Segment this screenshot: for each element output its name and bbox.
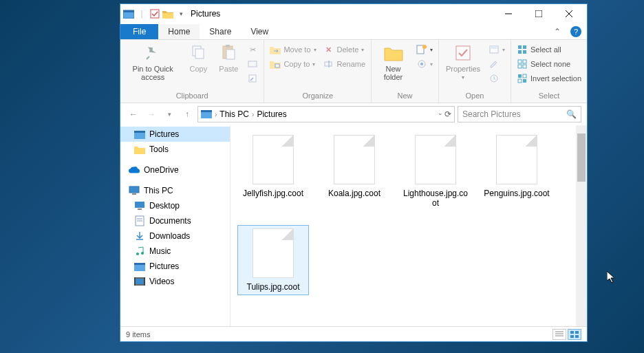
file-item[interactable]: Jellyfish.jpg.coot (237, 132, 309, 211)
nav-recent-button[interactable]: ▾ (162, 107, 177, 122)
delete-icon: ✕ (323, 44, 334, 55)
cut-button[interactable]: ✂ (246, 43, 259, 56)
easy-access-button[interactable]: ▾ (415, 57, 434, 71)
help-icon[interactable]: ? (570, 26, 581, 37)
invert-selection-button[interactable]: Invert selection (515, 72, 583, 85)
ribbon-group-label: Clipboard (123, 90, 261, 101)
ribbon-group-open: Properties ▾ ▾ Open (439, 40, 511, 103)
pin-quick-access-button[interactable]: Pin to Quick access (123, 41, 182, 83)
tab-share[interactable]: Share (200, 24, 241, 39)
svg-rect-56 (144, 277, 145, 286)
sidebar-item-pictures-quick[interactable]: Pictures (120, 127, 230, 142)
app-icon (123, 8, 134, 19)
svg-rect-34 (523, 74, 526, 78)
ribbon-group-clipboard: Pin to Quick access Copy Paste ✂ Clipboa… (120, 40, 264, 103)
ribbon-group-label: Organize (267, 90, 368, 101)
sidebar-item-desktop[interactable]: Desktop (120, 198, 230, 213)
tab-view[interactable]: View (241, 24, 278, 39)
ribbon-tabs: File Home Share View ⌃ ? (120, 23, 587, 40)
minimize-button[interactable] (493, 4, 524, 23)
copy-icon (188, 43, 208, 63)
svg-rect-35 (518, 79, 522, 83)
breadcrumb-root[interactable]: This PC (219, 109, 249, 119)
open-button[interactable]: ▾ (487, 43, 506, 56)
ribbon-group-label: Select (514, 90, 584, 101)
tab-file[interactable]: File (120, 24, 158, 39)
new-item-button[interactable]: ▾ (415, 43, 434, 56)
svg-rect-31 (518, 65, 522, 68)
file-item[interactable]: Tulips.jpg.coot (237, 225, 309, 295)
file-icon (334, 135, 375, 184)
status-item-count: 9 items (126, 330, 150, 339)
pin-icon (142, 43, 163, 63)
qat-dropdown-icon[interactable]: ▾ (175, 8, 186, 19)
breadcrumb-current[interactable]: Pictures (257, 109, 286, 119)
copy-to-button[interactable]: Copy to ▾ (268, 57, 317, 71)
copy-path-button[interactable] (246, 57, 259, 71)
view-details-button[interactable] (552, 329, 566, 340)
onedrive-icon (129, 164, 140, 175)
history-button[interactable] (487, 72, 506, 85)
chevron-right-icon[interactable]: › (252, 111, 254, 118)
nav-back-button[interactable]: ← (126, 107, 141, 122)
ribbon-group-label: Open (442, 90, 508, 101)
select-none-icon (517, 58, 528, 69)
svg-rect-32 (523, 65, 526, 68)
title-bar: | ▾ Pictures (120, 4, 587, 23)
new-folder-button[interactable]: New folder (374, 41, 412, 83)
svg-rect-27 (518, 50, 522, 54)
address-bar[interactable]: › This PC › Pictures ⌄ ⟳ (197, 106, 455, 122)
edit-button[interactable] (487, 57, 506, 71)
search-icon: 🔍 (566, 109, 577, 119)
refresh-icon[interactable]: ⟳ (444, 109, 451, 119)
ribbon: Pin to Quick access Copy Paste ✂ Clipboa… (120, 40, 587, 103)
svg-rect-61 (575, 331, 579, 334)
sidebar-item-onedrive[interactable]: OneDrive (120, 162, 230, 178)
qat-folder-icon[interactable] (162, 8, 173, 19)
rename-button[interactable]: Rename (322, 57, 367, 71)
sidebar-item-documents[interactable]: Documents (120, 213, 230, 228)
file-icon (496, 135, 537, 184)
select-all-button[interactable]: Select all (515, 43, 583, 56)
properties-button[interactable]: Properties ▾ (442, 41, 484, 82)
close-button[interactable] (554, 4, 584, 23)
ribbon-collapse-icon[interactable]: ⌃ (550, 27, 565, 36)
files-pane[interactable]: Jellyfish.jpg.cootKoala.jpg.cootLighthou… (230, 125, 587, 326)
select-none-button[interactable]: Select none (515, 57, 583, 71)
sidebar-item-thispc[interactable]: This PC (120, 183, 230, 198)
paste-button[interactable]: Paste (214, 41, 243, 74)
sidebar-item-pictures[interactable]: Pictures (120, 259, 230, 274)
scrollbar-vertical[interactable] (576, 125, 587, 326)
documents-icon (134, 215, 145, 226)
scrollbar-thumb[interactable] (577, 133, 586, 182)
sidebar-item-tools[interactable]: Tools (120, 142, 230, 157)
delete-button[interactable]: ✕Delete ▾ (322, 43, 367, 56)
paste-shortcut-button[interactable] (246, 72, 259, 85)
qat-properties-icon[interactable] (149, 8, 160, 19)
svg-rect-15 (275, 64, 279, 67)
copy-to-icon (270, 58, 281, 69)
sidebar-item-music[interactable]: Music (120, 244, 230, 259)
sidebar-item-downloads[interactable]: Downloads (120, 228, 230, 244)
copy-path-icon (247, 58, 258, 69)
properties-icon (453, 43, 473, 63)
move-to-button[interactable]: Move to ▾ (268, 43, 317, 56)
copy-button[interactable]: Copy (184, 41, 213, 74)
navigation-pane[interactable]: Pictures Tools OneDrive This PC Desktop … (120, 125, 230, 326)
svg-rect-1 (123, 10, 134, 12)
file-item[interactable]: Koala.jpg.coot (319, 132, 390, 211)
search-input[interactable]: Search Pictures 🔍 (458, 106, 581, 122)
maximize-button[interactable] (524, 4, 554, 23)
file-item[interactable]: Lighthouse.jpg.coot (400, 132, 471, 211)
thispc-icon (129, 185, 140, 196)
address-dropdown-icon[interactable]: ⌄ (438, 109, 443, 119)
chevron-right-icon[interactable]: › (215, 111, 217, 118)
ribbon-group-select: Select all Select none Invert selection … (511, 40, 587, 103)
sidebar-item-videos[interactable]: Videos (120, 274, 230, 289)
tab-home[interactable]: Home (158, 24, 200, 39)
nav-up-button[interactable]: ↑ (180, 107, 195, 122)
svg-rect-44 (138, 208, 142, 210)
file-item[interactable]: Penguins.jpg.coot (481, 132, 552, 211)
nav-forward-button[interactable]: → (144, 107, 159, 122)
view-icons-button[interactable] (568, 329, 581, 340)
